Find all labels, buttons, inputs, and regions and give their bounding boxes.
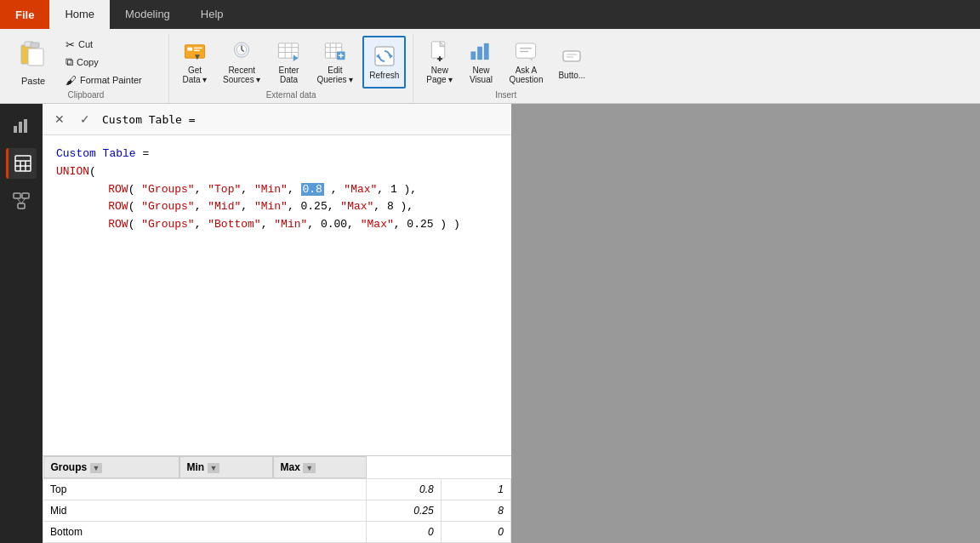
cell-bottom-groups: Bottom [43,522,367,543]
data-table: Groups ▼ Min ▼ Max ▼ [43,456,511,543]
cut-icon: ✂ [66,38,75,51]
col-min-label: Min [187,461,205,473]
code-row1-fn: ROW [108,183,128,196]
tab-modeling[interactable]: Modeling [110,0,185,29]
svg-line-56 [21,198,26,203]
sidebar-item-bar-chart[interactable] [6,111,37,141]
code-row3-max: "Max" [361,218,394,231]
sidebar-item-model[interactable] [6,186,37,216]
right-gray-area [511,104,980,543]
cancel-icon: ✕ [54,112,65,126]
svg-line-55 [17,198,21,203]
sidebar-item-table[interactable] [6,148,37,179]
ribbon-group-insert: NewPage ▾ NewVisual [413,34,598,103]
new-page-button[interactable]: NewPage ▾ [420,36,459,89]
enter-data-label: EnterData [279,66,299,84]
svg-rect-35 [478,47,483,60]
refresh-button[interactable]: Refresh [362,36,406,89]
clipboard-small-group: ✂ Cut ⧉ Copy 🖌 Format Painter [60,36,162,89]
svg-rect-2 [28,49,43,66]
tab-help[interactable]: Help [185,0,239,29]
sidebar [0,104,43,543]
clipboard-inner: Paste ✂ Cut ⧉ Copy 🖌 Format Painter [10,36,162,89]
svg-rect-13 [279,43,299,58]
svg-rect-36 [484,43,489,60]
enter-data-button[interactable]: EnterData [270,36,307,89]
ask-question-button[interactable]: Ask AQuestion [503,36,549,89]
external-data-label: External data [266,90,316,101]
external-data-inner: GetData ▾ RecentSources ▾ [176,36,406,89]
code-row3-fn: ROW [108,218,128,231]
get-data-icon [183,40,207,63]
svg-rect-4 [185,45,204,58]
cut-button[interactable]: ✂ Cut [60,36,162,53]
formula-confirm-button[interactable]: ✓ [75,109,95,129]
table-header-row: Groups ▼ Min ▼ Max ▼ [43,456,367,478]
ribbon-content: Paste ✂ Cut ⧉ Copy 🖌 Format Painter [0,32,980,103]
table-header: Groups ▼ Min ▼ Max ▼ [43,456,511,479]
ribbon-group-clipboard: Paste ✂ Cut ⧉ Copy 🖌 Format Painter [3,34,169,103]
col-header-groups[interactable]: Groups ▼ [43,456,179,478]
cell-top-min: 0.8 [367,479,442,500]
new-visual-icon [469,40,493,63]
cut-label: Cut [78,39,93,49]
copy-button[interactable]: ⧉ Copy [60,54,162,71]
edit-queries-button[interactable]: EditQueries ▾ [311,36,359,89]
recent-sources-icon [230,40,254,63]
code-line-5: ROW( "Groups", "Bottom", "Min", 0.00, "M… [82,216,498,234]
code-row1-max: "Max" [344,183,377,196]
svg-rect-6 [194,48,202,49]
paste-button[interactable]: Paste [10,36,56,89]
ask-question-label: Ask AQuestion [509,66,543,84]
svg-rect-41 [563,51,580,61]
formula-cancel-button[interactable]: ✕ [49,109,70,129]
format-painter-label: Format Painter [80,75,142,85]
tab-bar: File Home Modeling Help [0,0,980,29]
code-row2-g: "Groups" [141,200,194,213]
code-row3-bot: "Bottom" [208,218,260,231]
col-max-dropdown-icon[interactable]: ▼ [303,463,316,473]
tab-home[interactable]: Home [49,0,110,29]
svg-rect-52 [14,193,20,198]
col-header-max[interactable]: Max ▼ [273,456,367,478]
svg-rect-3 [31,43,39,48]
code-line-2: UNION( [56,163,498,181]
col-groups-dropdown-icon[interactable]: ▼ [90,463,103,473]
paste-icon [18,38,48,73]
new-visual-label: NewVisual [470,66,493,84]
svg-rect-44 [14,126,17,133]
code-row2-fn: ROW [108,200,128,213]
bar-chart-icon [13,117,30,134]
ribbon: Paste ✂ Cut ⧉ Copy 🖌 Format Painter [0,29,980,104]
svg-rect-54 [18,203,25,209]
cell-bottom-min: 0 [367,522,442,543]
code-row2-mid: "Mid" [208,200,241,213]
formula-area: ✕ ✓ Custom Table = Custom Table = UNION(… [43,104,511,543]
tab-file[interactable]: File [0,0,49,29]
svg-marker-40 [529,58,533,61]
main-area: ✕ ✓ Custom Table = Custom Table = UNION(… [0,104,980,543]
cell-top-max: 1 [441,479,510,500]
code-line-3: ROW( "Groups", "Top", "Min", 0.8 , "Max"… [82,181,498,199]
formula-text[interactable]: Custom Table = [102,113,504,126]
model-icon [13,192,30,209]
refresh-label: Refresh [369,71,399,80]
code-editor[interactable]: Custom Table = UNION( ROW( "Groups", "To… [43,135,511,455]
format-painter-button[interactable]: 🖌 Format Painter [60,71,162,89]
new-visual-button[interactable]: NewVisual [462,36,499,89]
insert-button-button[interactable]: Butto... [552,36,591,89]
svg-rect-45 [19,122,22,133]
recent-sources-label: RecentSources ▾ [223,66,260,84]
new-page-icon [428,40,452,63]
code-union: UNION [56,165,89,178]
copy-label: Copy [77,57,99,67]
format-painter-icon: 🖌 [66,74,77,87]
edit-queries-label: EditQueries ▾ [316,66,353,84]
col-groups-label: Groups [51,461,88,473]
col-min-dropdown-icon[interactable]: ▼ [208,463,220,473]
col-max-label: Max [281,461,300,473]
recent-sources-button[interactable]: RecentSources ▾ [217,36,266,89]
svg-rect-37 [516,43,536,58]
col-header-min[interactable]: Min ▼ [179,456,273,478]
get-data-button[interactable]: GetData ▾ [176,36,214,89]
